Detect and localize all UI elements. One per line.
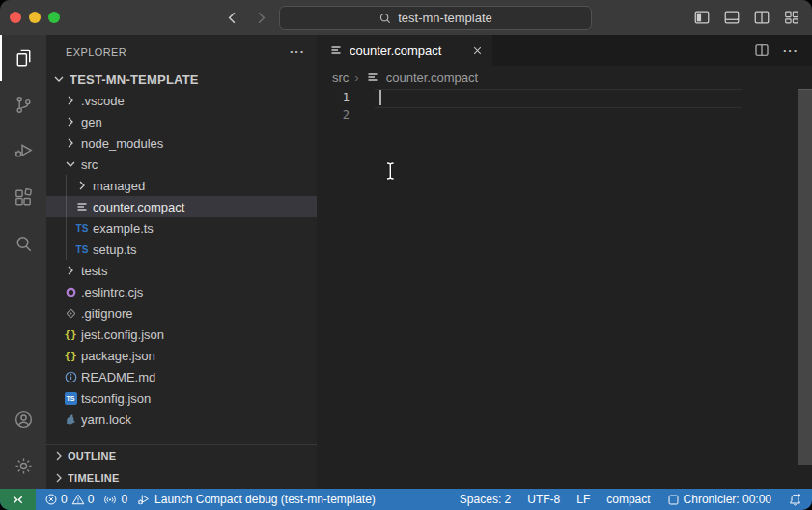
tree-item-node-modules[interactable]: node_modules: [46, 132, 317, 154]
explorer-more-actions-icon[interactable]: ···: [290, 45, 305, 58]
tree-item-label: node_modules: [79, 136, 163, 151]
zoom-button[interactable]: [48, 12, 60, 23]
problems-indicator[interactable]: 0 0: [44, 493, 94, 506]
activity-item-extensions[interactable]: [0, 174, 46, 220]
editor-scrollbar[interactable]: [798, 89, 812, 465]
activity-item-explorer[interactable]: [0, 35, 46, 81]
close-tab-icon[interactable]: [470, 43, 485, 58]
split-editor-icon[interactable]: [754, 42, 770, 58]
debug-launch-button[interactable]: Launch Compact debug (test-mn-template): [137, 493, 376, 506]
tab-counter-compact[interactable]: counter.compact: [317, 35, 492, 66]
titlebar: test-mn-template: [0, 0, 812, 35]
gear-icon: [13, 455, 35, 477]
chevron-right-icon: [73, 177, 91, 194]
vscode-window: test-mn-template EXPLORER ··· TEST-MN-TE…: [0, 0, 812, 510]
language-mode-indicator[interactable]: compact: [606, 493, 650, 506]
section-label: OUTLINE: [68, 450, 116, 462]
ibeam-mouse-cursor: [384, 161, 398, 181]
close-button[interactable]: [10, 12, 21, 23]
record-square-icon: [667, 494, 680, 506]
section-label: TIMELINE: [68, 472, 120, 484]
tree-item-label: tests: [79, 264, 107, 278]
json-file-icon: {}: [62, 326, 79, 343]
tree-item-label: src: [79, 157, 98, 172]
section-header-outline[interactable]: OUTLINE: [46, 444, 317, 467]
ts-file-icon: TS: [73, 241, 91, 258]
tree-item-example-ts[interactable]: TSexample.ts: [46, 217, 317, 239]
account-icon: [13, 409, 35, 431]
bell-dot-icon: [788, 493, 802, 507]
extensions-icon: [13, 186, 35, 209]
eol-indicator[interactable]: LF: [576, 493, 590, 506]
tree-item--gitignore[interactable]: .gitignore: [46, 302, 317, 324]
breadcrumb-file[interactable]: counter.compact: [386, 71, 478, 85]
chronicler-indicator[interactable]: Chronicler: 00:00: [667, 493, 771, 506]
search-text: test-mn-template: [398, 11, 492, 25]
tree-item-label: managed: [91, 179, 145, 193]
info-file-icon: [62, 368, 79, 385]
tree-item-label: yarn.lock: [79, 412, 131, 427]
activity-item-run-and-debug[interactable]: [0, 128, 46, 174]
tree-item-jest-config-json[interactable]: {}jest.config.json: [46, 324, 317, 345]
toggle-sidebar-icon[interactable]: [693, 9, 711, 26]
tree-item-tests[interactable]: tests: [46, 260, 317, 281]
breadcrumb-folder[interactable]: src: [332, 71, 349, 85]
tree-item-src[interactable]: src: [46, 154, 317, 175]
git-file-icon: [62, 304, 79, 322]
eslint-file-icon: [62, 283, 79, 300]
debug-launch-label: Launch Compact debug (test-mn-template): [154, 493, 376, 506]
activity-item-source-control[interactable]: [0, 81, 46, 128]
tree-item--vscode[interactable]: .vscode: [46, 90, 317, 111]
tree-item-label: gen: [79, 115, 102, 129]
forward-arrow-icon[interactable]: [251, 7, 270, 28]
tree-item-package-json[interactable]: {}package.json: [46, 345, 317, 366]
remote-indicator[interactable]: [0, 489, 36, 510]
chronicler-label: Chronicler: 00:00: [684, 493, 771, 506]
tab-bar: counter.compact ···: [317, 35, 812, 66]
tree-item-label: jest.config.json: [79, 327, 164, 342]
tree-item-counter-compact[interactable]: counter.compact: [46, 196, 317, 217]
tab-label: counter.compact: [350, 43, 441, 58]
tree-item-label: tsconfig.json: [79, 391, 151, 406]
tree-item-managed[interactable]: managed: [46, 175, 317, 196]
section-header-timeline[interactable]: TIMELINE: [46, 467, 317, 489]
sidebar-title: EXPLORER: [66, 46, 290, 58]
minimize-button[interactable]: [29, 12, 41, 23]
tree-item-label: .eslintrc.cjs: [79, 285, 143, 299]
tree-item-setup-ts[interactable]: TSsetup.ts: [46, 239, 317, 260]
status-bar: 0 0 0 Launch Compact debug (test-mn-temp…: [0, 489, 812, 510]
tree-item-label: TEST-MN-TEMPLATE: [68, 72, 199, 87]
chevron-down-icon: [50, 71, 68, 88]
chevron-right-icon: [62, 113, 79, 130]
indentation-indicator[interactable]: Spaces: 2: [460, 493, 511, 506]
split-editor-layout-icon[interactable]: [753, 9, 770, 26]
activity-item-accounts[interactable]: [0, 396, 46, 442]
text-cursor: [379, 90, 381, 105]
tree-item-gen[interactable]: gen: [46, 111, 317, 132]
warning-icon: [71, 493, 85, 506]
editor-more-actions-icon[interactable]: ···: [783, 44, 798, 57]
customize-layout-icon[interactable]: [783, 9, 800, 26]
activity-item-settings[interactable]: [0, 442, 46, 489]
code-editor[interactable]: 12: [317, 89, 812, 489]
tree-item-readme-md[interactable]: README.md: [46, 366, 317, 387]
encoding-indicator[interactable]: UTF-8: [527, 493, 560, 506]
file-tree: TEST-MN-TEMPLATE.vscodegennode_modulessr…: [46, 69, 317, 444]
command-center-search[interactable]: test-mn-template: [279, 6, 592, 30]
tree-item-test-mn-template[interactable]: TEST-MN-TEMPLATE: [46, 69, 317, 90]
breadcrumb-separator-icon: ›: [354, 71, 358, 85]
activity-bar: [0, 35, 46, 489]
tree-item-tsconfig-json[interactable]: TStsconfig.json: [46, 387, 317, 409]
activity-item-search[interactable]: [0, 220, 46, 267]
notifications-bell[interactable]: [788, 493, 802, 507]
window-controls: [10, 12, 60, 23]
tree-item-yarn-lock[interactable]: yarn.lock: [46, 409, 317, 430]
tree-item-label: README.md: [79, 370, 155, 384]
line-number: 1: [317, 89, 362, 106]
ports-indicator[interactable]: 0: [103, 493, 127, 506]
tree-item--eslintrc-cjs[interactable]: .eslintrc.cjs: [46, 281, 317, 302]
back-arrow-icon[interactable]: [222, 7, 241, 28]
tree-item-label: example.ts: [91, 221, 154, 236]
toggle-panel-icon[interactable]: [723, 9, 741, 26]
chevron-down-icon: [62, 156, 79, 173]
